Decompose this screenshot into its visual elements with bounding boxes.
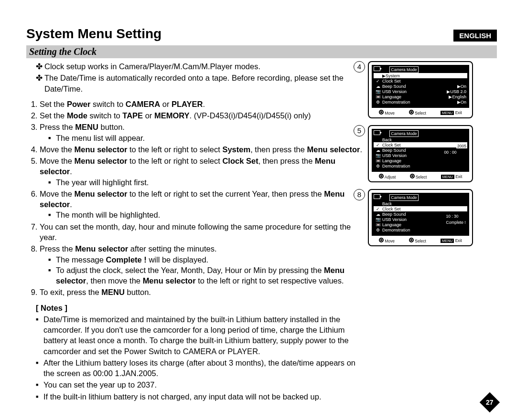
steps-list: Set the Power switch to CAMERA or PLAYER… (40, 99, 363, 298)
row-icon: ⚙ (375, 228, 381, 232)
lcd-frame: Camera Mode Back✓Clock Set☁Beep Sound📷US… (368, 189, 473, 246)
row-label: Demonstration (381, 228, 466, 232)
footer-hint: Select (409, 238, 426, 243)
menu-button-icon: MENU (441, 239, 454, 243)
step-item: Move the Menu selector to the left or ri… (40, 156, 363, 188)
figure-number: 5 (354, 125, 365, 136)
row-icon: 📼 (375, 94, 381, 99)
page-title: System Menu Setting (26, 26, 497, 42)
footer-hint: Move (379, 110, 395, 116)
intro-item: Clock setup works in Camera/Player/M.Cam… (36, 61, 363, 72)
camera-icon (374, 66, 380, 71)
knob-icon (410, 174, 415, 178)
section-heading: Setting the Clock (26, 45, 497, 58)
step-item: Set the Mode switch to TAPE or MEMORY. (… (40, 110, 363, 121)
row-label: Clock Set (381, 79, 466, 84)
row-label: Language (381, 158, 466, 163)
row-value: ▶USB 2.0 (445, 89, 466, 94)
row-label: Beep Sound (381, 84, 455, 89)
lcd-menu-row: ▶System (374, 73, 467, 78)
menu-button-icon: MENU (441, 175, 454, 179)
knob-icon (379, 238, 384, 242)
notes-list: Date/Time is memorized and maintained by… (36, 314, 363, 402)
lcd-screen: Camera Mode▶System✓Clock Set☁Beep Sound▶… (372, 65, 469, 108)
footer-hint: MENU Exit (441, 110, 462, 115)
footer-hint: Select (410, 174, 427, 179)
row-icon: ⚙ (375, 100, 381, 105)
row-icon: 📷 (375, 217, 381, 222)
figure-column: 4 Camera Mode▶System✓Clock Set☁Beep Soun… (368, 61, 497, 253)
row-icon: ☁ (375, 148, 381, 153)
row-icon: 📼 (375, 158, 381, 163)
knob-icon (379, 174, 384, 178)
step-item: Press the MENU button.The menu list will… (40, 122, 363, 143)
row-label: Demonstration (381, 164, 466, 168)
lcd-screen: Camera Mode Back✓Clock Set☁Beep Sound📷US… (372, 129, 469, 172)
step-item: Move the Menu selector to the left or ri… (40, 144, 363, 155)
lcd-date: 1 JAN 2005 (444, 143, 467, 149)
step-item: You can set the month, day, hour and min… (40, 221, 363, 243)
row-icon: ✓ (375, 207, 381, 211)
lcd-menu-row: ⚙Demonstration (374, 163, 467, 168)
row-value: ▶On (455, 100, 466, 105)
lcd-mode-title: Camera Mode (389, 194, 419, 201)
lcd-footer: AdjustSelectMENU Exit (372, 174, 469, 179)
manual-page: ENGLISH System Menu Setting Setting the … (0, 0, 516, 420)
lcd-screen: Camera Mode Back✓Clock Set☁Beep Sound📷US… (372, 193, 469, 236)
lcd-menu-row: 📼Language (374, 158, 467, 163)
lcd-figure: 5 Camera Mode Back✓Clock Set☁Beep Sound📷… (368, 125, 497, 182)
lcd-menu-row: Back (374, 201, 467, 206)
figure-number: 8 (354, 189, 365, 200)
lcd-time: 00 : 00 (444, 149, 467, 156)
row-label: USB Version (381, 89, 445, 94)
intro-item: The Date/Time is automatically recorded … (36, 73, 363, 94)
lcd-time: 10 : 30 (446, 213, 467, 220)
language-badge: ENGLISH (453, 30, 497, 42)
lcd-menu-row: ✓Clock Set (374, 78, 467, 84)
text-column: Clock setup works in Camera/Player/M.Cam… (26, 61, 363, 407)
row-icon: 📼 (375, 222, 381, 227)
row-label: Language (381, 94, 447, 99)
page-number: 27 (486, 399, 494, 406)
step-item: Press the Menu selector after setting th… (40, 243, 363, 286)
row-icon: 📷 (375, 153, 381, 158)
lcd-menu-row: 📼Language▶English (374, 94, 467, 99)
footer-hint: MENU Exit (441, 238, 462, 243)
footer-hint: Adjust (379, 174, 396, 179)
note-item: Date/Time is memorized and maintained by… (36, 314, 363, 357)
row-icon: 📷 (375, 89, 381, 94)
camera-icon (374, 194, 380, 199)
lcd-mode-title: Camera Mode (389, 66, 419, 73)
footer-hint: Select (409, 110, 426, 116)
lcd-frame: Camera Mode Back✓Clock Set☁Beep Sound📷US… (368, 125, 473, 182)
row-icon: ✓ (375, 79, 381, 84)
lcd-side-panel: 1 JAN 200500 : 00 (444, 143, 467, 156)
menu-button-icon: MENU (441, 111, 454, 115)
lcd-menu-row: ☁Beep Sound▶On (374, 84, 467, 89)
note-item: You can set the year up to 2037. (36, 379, 363, 390)
row-icon: ☁ (375, 212, 381, 217)
row-value: ▶On (455, 84, 466, 89)
lcd-menu-row: ⚙Demonstration (374, 227, 467, 232)
lcd-date: 1 JAN 2005 (446, 207, 467, 213)
lcd-frame: Camera Mode▶System✓Clock Set☁Beep Sound▶… (368, 61, 473, 118)
step-item: Set the Power switch to CAMERA or PLAYER… (40, 99, 363, 109)
lcd-menu-row: Back (374, 137, 467, 142)
step-item: Move the Menu selector to the left or ri… (40, 189, 363, 220)
lcd-menu-row: ⚙Demonstration▶On (374, 99, 467, 105)
row-icon: ✓ (375, 143, 381, 147)
row-label: ▶System (381, 74, 466, 78)
knob-icon (379, 110, 384, 115)
lcd-footer: MoveSelectMENU Exit (372, 110, 469, 116)
step-item: To exit, press the MENU button. (40, 287, 363, 297)
lcd-menu-row: 📷USB Version▶USB 2.0 (374, 89, 467, 94)
row-label: Demonstration (381, 100, 455, 105)
knob-icon (409, 238, 414, 242)
footer-hint: Move (379, 238, 395, 243)
row-label: Back (381, 137, 466, 142)
row-label: Back (381, 201, 466, 206)
note-item: If the built-in lithium battery is not c… (36, 391, 363, 402)
note-item: After the Lithium battery loses its char… (36, 357, 363, 379)
lcd-mode-title: Camera Mode (389, 130, 419, 137)
content-columns: Clock setup works in Camera/Player/M.Cam… (26, 61, 497, 407)
